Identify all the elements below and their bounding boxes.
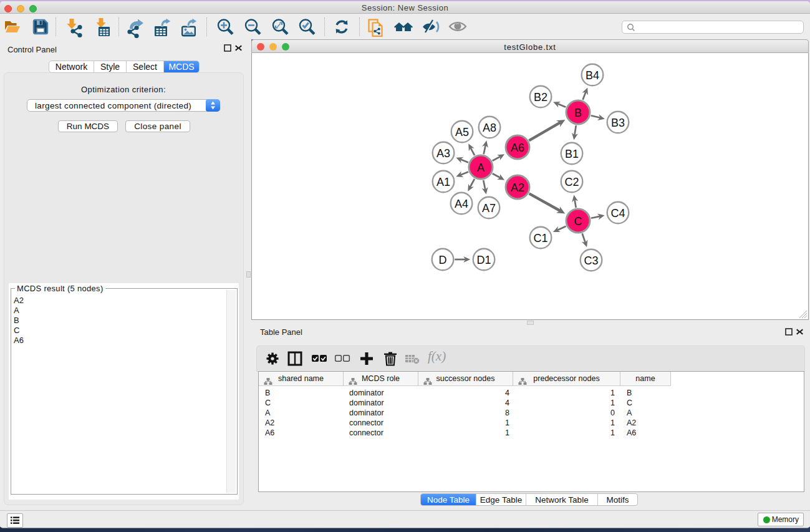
svg-text:A8: A8 — [483, 122, 496, 134]
svg-text:C1: C1 — [533, 232, 547, 244]
svg-text:A: A — [477, 162, 485, 174]
svg-text:B: B — [574, 107, 582, 119]
svg-text:C2: C2 — [564, 176, 579, 188]
svg-text:B3: B3 — [611, 117, 625, 129]
svg-text:A6: A6 — [511, 142, 524, 154]
svg-text:A3: A3 — [436, 147, 450, 160]
svg-text:A5: A5 — [455, 126, 469, 138]
svg-text:A1: A1 — [436, 176, 450, 188]
svg-text:D1: D1 — [476, 254, 491, 266]
svg-text:B4: B4 — [586, 69, 599, 82]
svg-text:C4: C4 — [610, 207, 625, 220]
svg-text:D: D — [439, 254, 447, 266]
svg-text:A7: A7 — [482, 202, 496, 215]
svg-text:C3: C3 — [584, 254, 598, 267]
svg-text:A4: A4 — [455, 198, 468, 210]
svg-text:A2: A2 — [511, 181, 524, 194]
svg-text:B2: B2 — [534, 91, 547, 104]
svg-text:C: C — [574, 215, 582, 228]
svg-text:B1: B1 — [565, 148, 579, 160]
